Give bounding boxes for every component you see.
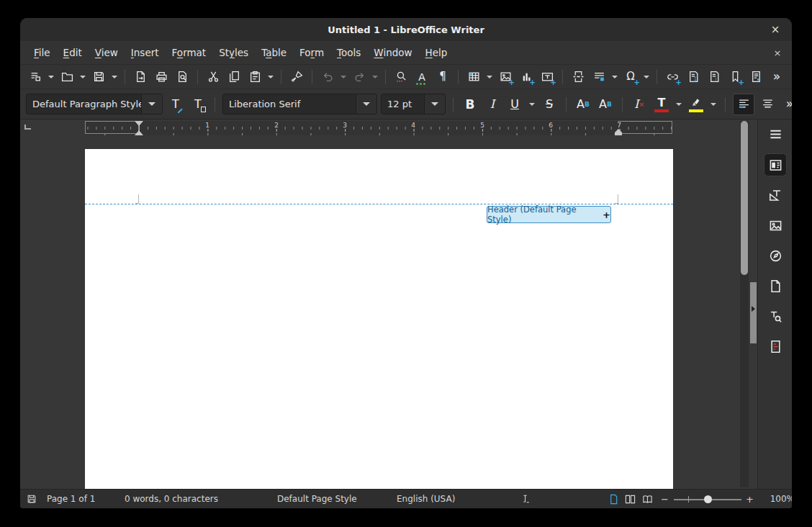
sidebar-tab-page[interactable] — [764, 274, 787, 297]
menu-form[interactable]: Form — [293, 43, 330, 62]
font-color-button[interactable]: T — [652, 95, 671, 114]
align-left-button[interactable] — [733, 94, 754, 115]
underline-button[interactable]: U — [505, 95, 524, 114]
highlight-color-button[interactable] — [687, 95, 705, 114]
menu-view[interactable]: View — [89, 43, 125, 62]
insert-table-dropdown[interactable] — [485, 68, 494, 86]
print-icon[interactable] — [152, 68, 171, 86]
superscript-button[interactable]: AB — [574, 95, 592, 114]
font-name-combobox[interactable]: Liberation Serif — [222, 94, 377, 114]
insert-image-icon[interactable] — [496, 68, 515, 86]
zoom-in-button[interactable]: + — [746, 490, 754, 508]
insert-hyperlink-icon[interactable] — [663, 68, 682, 86]
italic-button[interactable]: I — [483, 95, 502, 114]
new-document-dropdown[interactable] — [47, 68, 55, 86]
sidebar-tab-accessibility-check[interactable] — [764, 335, 787, 358]
highlight-color-dropdown[interactable] — [709, 95, 718, 114]
find-replace-icon[interactable] — [392, 68, 410, 86]
redo-dropdown[interactable] — [371, 68, 379, 86]
sidebar-tab-gallery[interactable] — [764, 214, 787, 237]
open-icon[interactable] — [58, 68, 76, 86]
toolbar-overflow-button[interactable]: » — [767, 68, 786, 86]
sidebar-settings-icon[interactable] — [764, 122, 787, 145]
spelling-icon[interactable]: A — [412, 68, 431, 86]
tab-stop-selector[interactable] — [24, 125, 31, 130]
first-line-indent-marker[interactable] — [135, 121, 143, 126]
menu-tools[interactable]: Tools — [330, 43, 367, 62]
sidebar-tab-navigator[interactable] — [764, 244, 787, 267]
paragraph-style-dropdown[interactable] — [141, 94, 162, 114]
sidebar-tab-styles[interactable] — [764, 184, 787, 207]
save-dropdown[interactable] — [110, 68, 119, 86]
font-name-value[interactable]: Liberation Serif — [223, 94, 356, 114]
single-page-view-button[interactable] — [605, 490, 621, 508]
zoom-level[interactable]: 100% — [764, 490, 792, 508]
strikethrough-button[interactable]: S — [540, 95, 559, 114]
font-size-value[interactable]: 12 pt — [382, 94, 424, 114]
redo-icon[interactable] — [350, 68, 369, 86]
page-style[interactable]: Default Page Style — [277, 490, 357, 508]
menu-styles[interactable]: Styles — [212, 43, 255, 62]
book-view-button[interactable] — [639, 490, 655, 508]
menu-table[interactable]: Table — [255, 43, 293, 62]
paste-dropdown[interactable] — [266, 68, 275, 86]
sidebar-tab-properties[interactable] — [764, 153, 787, 176]
insert-table-icon[interactable] — [464, 68, 483, 86]
zoom-out-button[interactable]: − — [661, 490, 669, 508]
insert-field-dropdown[interactable] — [610, 68, 619, 86]
sidebar-tab-style-inspector[interactable] — [764, 305, 787, 328]
header-add-plus-icon[interactable]: + — [603, 210, 610, 220]
new-document-icon[interactable] — [26, 68, 45, 86]
special-character-icon[interactable]: Ω — [621, 68, 640, 86]
open-dropdown[interactable] — [78, 68, 87, 86]
title-bar[interactable]: Untitled 1 - LibreOffice Writer × — [20, 18, 792, 41]
insert-textbox-icon[interactable] — [538, 68, 556, 86]
insert-footnote-icon[interactable] — [684, 68, 703, 86]
formatting-overflow-button[interactable]: » — [780, 95, 792, 114]
sidebar-grip-handle[interactable] — [750, 282, 757, 343]
save-status-icon[interactable] — [27, 490, 37, 508]
left-indent-marker[interactable] — [135, 130, 143, 135]
subscript-button[interactable]: AB — [596, 95, 615, 114]
multi-page-view-button[interactable] — [622, 490, 638, 508]
align-center-button[interactable] — [758, 95, 777, 114]
page-count[interactable]: Page 1 of 1 — [47, 490, 95, 508]
vertical-scrollbar[interactable] — [740, 121, 749, 487]
export-pdf-icon[interactable] — [131, 68, 150, 86]
bold-button[interactable]: B — [461, 95, 479, 114]
save-icon[interactable] — [89, 68, 108, 86]
underline-dropdown[interactable] — [528, 95, 536, 114]
ruler-right-margin[interactable] — [618, 121, 672, 134]
menu-insert[interactable]: Insert — [125, 43, 166, 62]
text-language[interactable]: English (USA) — [397, 490, 455, 508]
update-style-icon[interactable]: T — [166, 95, 185, 114]
zoom-slider-thumb[interactable] — [704, 495, 712, 503]
clear-formatting-icon[interactable]: I× — [630, 95, 649, 114]
undo-icon[interactable] — [318, 68, 337, 86]
clone-formatting-icon[interactable] — [287, 68, 306, 86]
insertion-mode-icon[interactable] — [520, 490, 531, 508]
new-style-icon[interactable]: T — [189, 95, 207, 114]
menu-window[interactable]: Window — [367, 43, 418, 62]
font-size-combobox[interactable]: 12 pt — [381, 94, 446, 114]
insert-field-icon[interactable] — [590, 68, 608, 86]
horizontal-ruler[interactable]: 1 2 3 4 5 6 7 — [85, 121, 673, 135]
formatting-marks-icon[interactable]: ¶ — [433, 68, 452, 86]
insert-cross-reference-icon[interactable] — [746, 68, 765, 86]
font-size-dropdown[interactable] — [424, 94, 445, 114]
paste-icon[interactable] — [245, 68, 264, 86]
paragraph-style-combobox[interactable]: Default Paragraph Style — [26, 94, 163, 114]
menu-format[interactable]: Format — [166, 43, 213, 62]
insert-endnote-icon[interactable] — [705, 68, 723, 86]
insert-bookmark-icon[interactable] — [726, 68, 744, 86]
menu-help[interactable]: Help — [419, 43, 454, 62]
undo-dropdown[interactable] — [339, 68, 348, 86]
document-page[interactable]: Header (Default Page Style) + — [85, 149, 673, 489]
right-indent-marker[interactable] — [615, 132, 622, 135]
insert-chart-icon[interactable] — [517, 68, 536, 86]
header-insert-chip[interactable]: Header (Default Page Style) + — [487, 206, 611, 223]
print-preview-icon[interactable] — [173, 68, 191, 86]
menu-edit[interactable]: Edit — [57, 43, 89, 62]
cut-icon[interactable] — [204, 68, 222, 86]
document-close-button[interactable]: × — [767, 41, 788, 65]
